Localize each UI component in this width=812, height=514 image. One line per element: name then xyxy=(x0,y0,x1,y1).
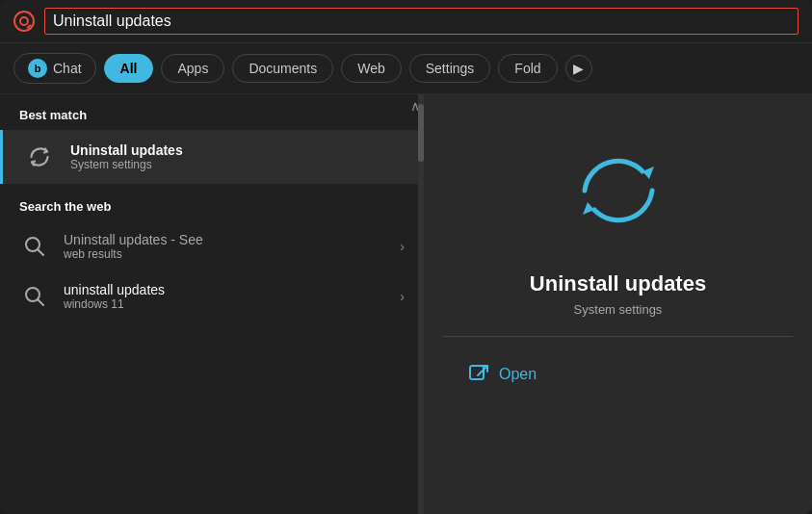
web-item-1-title: Uninstall updates - See xyxy=(64,232,386,247)
web-item-1-text: Uninstall updates - See web results xyxy=(64,232,386,261)
open-button[interactable]: Open xyxy=(453,356,552,393)
web-item-1[interactable]: Uninstall updates - See web results › xyxy=(0,221,424,271)
web-item-2-subtitle: windows 11 xyxy=(64,297,386,311)
item-icon xyxy=(22,140,57,174)
open-label: Open xyxy=(499,366,537,383)
search-web-section-title: Search the web xyxy=(0,184,424,221)
tab-more-button[interactable]: ▶ xyxy=(565,55,592,82)
app-title: Uninstall updates xyxy=(530,271,706,296)
tab-apps[interactable]: Apps xyxy=(161,54,224,83)
filter-tabs: b Chat All Apps Documents Web Settings F… xyxy=(0,43,812,94)
divider xyxy=(443,336,793,337)
tab-folders[interactable]: Fold xyxy=(498,54,557,83)
web-search-icon-1 xyxy=(19,231,50,262)
chevron-right-icon-1: › xyxy=(400,239,405,254)
search-window: b Chat All Apps Documents Web Settings F… xyxy=(0,0,812,514)
svg-line-1 xyxy=(38,249,43,255)
best-match-item[interactable]: Uninstall updates System settings xyxy=(0,130,424,184)
right-panel: Uninstall updates System settings Open xyxy=(424,94,812,514)
best-match-text: Uninstall updates System settings xyxy=(70,142,183,171)
search-bar xyxy=(0,0,812,43)
scrollbar[interactable] xyxy=(418,94,424,514)
web-item-1-subtitle: web results xyxy=(64,247,386,261)
tab-web[interactable]: Web xyxy=(341,54,402,83)
best-match-title: Uninstall updates xyxy=(70,142,183,158)
open-icon xyxy=(468,364,489,385)
svg-marker-4 xyxy=(642,167,654,179)
app-subtitle: System settings xyxy=(574,302,663,317)
web-search-icon-2 xyxy=(19,281,50,312)
search-icon-inner xyxy=(19,16,29,26)
chat-label: Chat xyxy=(53,61,82,76)
web-item-2[interactable]: uninstall updates windows 11 › xyxy=(0,271,424,321)
left-panel: ∧ Best match Uninstall updates System se… xyxy=(0,94,424,514)
app-icon-large xyxy=(561,133,676,248)
tab-documents[interactable]: Documents xyxy=(232,54,333,83)
svg-marker-5 xyxy=(583,202,594,215)
tab-settings[interactable]: Settings xyxy=(409,54,491,83)
bing-icon: b xyxy=(28,59,47,78)
search-input[interactable] xyxy=(44,8,799,35)
web-item-2-text: uninstall updates windows 11 xyxy=(64,282,386,311)
tab-all[interactable]: All xyxy=(104,54,154,83)
web-item-2-title: uninstall updates xyxy=(64,282,386,297)
chevron-right-icon: ▶ xyxy=(573,61,584,76)
best-match-subtitle: System settings xyxy=(70,158,183,171)
refresh-large-icon xyxy=(570,142,667,239)
main-content: ∧ Best match Uninstall updates System se… xyxy=(0,94,812,514)
tab-chat[interactable]: b Chat xyxy=(13,53,96,84)
chevron-right-icon-2: › xyxy=(400,289,405,304)
best-match-section-title: Best match xyxy=(0,94,424,130)
refresh-icon xyxy=(26,143,53,170)
svg-line-3 xyxy=(38,299,43,305)
search-icon xyxy=(13,11,35,32)
scroll-thumb[interactable] xyxy=(418,104,424,162)
